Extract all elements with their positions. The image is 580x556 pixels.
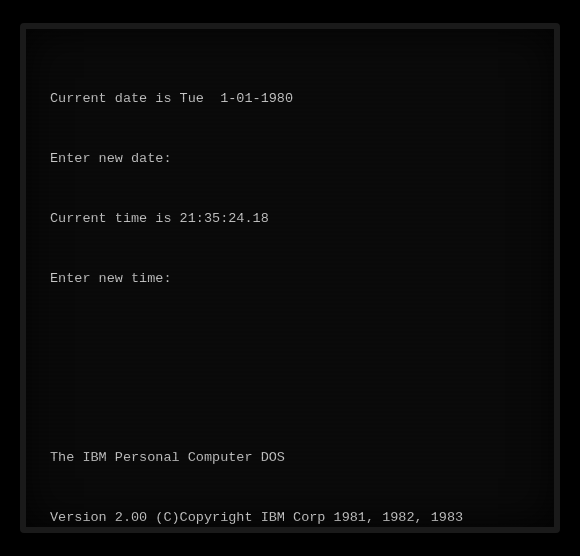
blank1: [50, 329, 530, 349]
crt-screen: Current date is Tue 1-01-1980 Enter new …: [20, 23, 560, 533]
dos-name-line: The IBM Personal Computer DOS: [50, 448, 530, 468]
enter-time-line: Enter new time:: [50, 269, 530, 289]
terminal-output: Current date is Tue 1-01-1980 Enter new …: [50, 49, 530, 556]
dos-version-line: Version 2.00 (C)Copyright IBM Corp 1981,…: [50, 508, 530, 528]
time-line: Current time is 21:35:24.18: [50, 209, 530, 229]
blank2: [50, 388, 530, 408]
date-line: Current date is Tue 1-01-1980: [50, 89, 530, 109]
enter-date-line: Enter new date:: [50, 149, 530, 169]
